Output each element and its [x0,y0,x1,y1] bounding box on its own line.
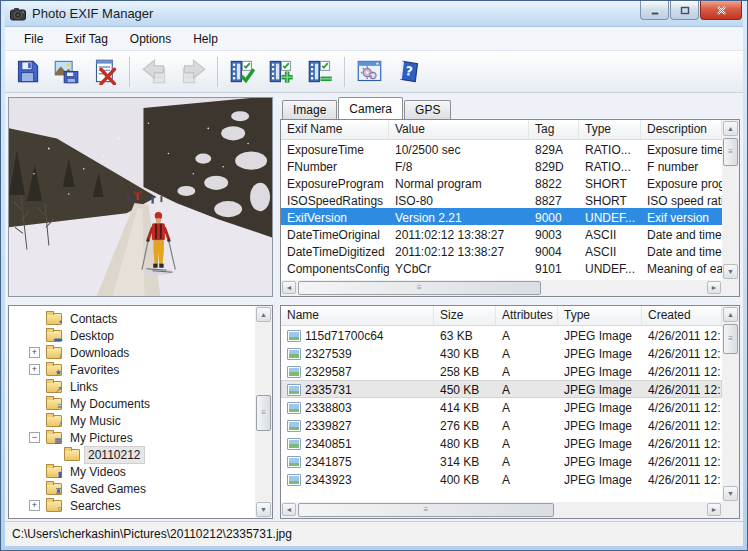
remove-exif-tag-button[interactable] [302,54,338,90]
file-cell: A [496,417,558,433]
tree-item-searches[interactable]: +○Searches [9,497,255,514]
exif-column-header-exif-name[interactable]: Exif Name [281,120,389,139]
tree-item-contacts[interactable]: ▪Contacts [9,310,255,327]
menu-help[interactable]: Help [182,28,229,50]
tree-item-my-videos[interactable]: ▮My Videos [9,463,255,480]
exif-row-datetimedigitized[interactable]: DateTimeDigitized2011:02:12 13:38:279004… [281,242,722,259]
exif-vertical-scrollbar[interactable]: ▲ ≡ ▼ [722,120,739,280]
exif-add-icon [268,58,295,85]
expand-icon[interactable]: + [29,347,40,358]
menu-options[interactable]: Options [119,28,182,50]
file-cell: 276 KB [434,417,496,433]
tab-camera[interactable]: Camera [338,97,403,119]
tree-item-favorites[interactable]: +★Favorites [9,361,255,378]
tree-item-20110212[interactable]: 20110212 [9,446,255,463]
save-image-button[interactable] [48,54,84,90]
tab-gps[interactable]: GPS [404,100,451,119]
menu-exif-tag[interactable]: Exif Tag [54,28,118,50]
delete-exif-button[interactable] [87,54,123,90]
menu-file[interactable]: File [13,28,54,50]
exif-row-fnumber[interactable]: FNumberF/8829DRATIO...F number [281,157,722,174]
exif-cell: 8827 [529,192,579,208]
file-row-2341875[interactable]: 2341875314 KBAJPEG Image4/26/2011 12: [281,452,722,470]
file-row-2339827[interactable]: 2339827276 KBAJPEG Image4/26/2011 12: [281,416,722,434]
exif-column-header-value[interactable]: Value [389,120,529,139]
tab-image[interactable]: Image [282,100,337,119]
exif-row-datetimeoriginal[interactable]: DateTimeOriginal2011:02:12 13:38:279003A… [281,225,722,242]
scroll-left-arrow-icon[interactable]: ◄ [282,503,296,516]
exif-row-exposuretime[interactable]: ExposureTime10/2500 sec829ARATIO...Expos… [281,140,722,157]
save-exif-button[interactable] [9,54,45,90]
file-cell: 4/26/2011 12: [642,399,722,415]
exif-row-componentsconfig-[interactable]: ComponentsConfig...YCbCr9101UNDEF...Mean… [281,259,722,276]
apply-exif-button[interactable] [224,54,260,90]
add-exif-tag-button[interactable] [263,54,299,90]
exif-row-isospeedratings[interactable]: ISOSpeedRatingsISO-808827SHORTISO speed … [281,191,722,208]
arrow-left-icon [141,58,168,85]
file-row-2335731[interactable]: 2335731450 KBAJPEG Image4/26/2011 12: [281,380,722,398]
file-cell: 2343923 [281,471,434,487]
photo-preview[interactable] [8,97,273,297]
exif-row-exposureprogram[interactable]: ExposureProgramNormal program8822SHORTEx… [281,174,722,191]
file-row-2327539[interactable]: 2327539430 KBAJPEG Image4/26/2011 12: [281,344,722,362]
image-file-icon [287,366,301,378]
previous-image-button[interactable] [136,54,172,90]
window-controls [640,1,742,20]
exif-row-exifversion[interactable]: ExifVersionVersion 2.219000UNDEF...Exif … [281,208,722,225]
scrollbar-thumb[interactable]: ≡ [723,324,738,354]
file-column-header-size[interactable]: Size [434,306,496,325]
scroll-down-arrow-icon[interactable]: ▼ [723,264,738,279]
scrollbar-thumb[interactable]: ≡ [723,138,738,166]
maximize-button[interactable] [670,1,699,20]
tree-item-my-documents[interactable]: ≡My Documents [9,395,255,412]
scroll-down-arrow-icon[interactable]: ▼ [723,486,738,501]
scroll-up-arrow-icon[interactable]: ▲ [723,307,738,322]
scrollbar-thumb[interactable]: ≡ [298,503,554,517]
scroll-up-arrow-icon[interactable]: ▲ [256,307,271,322]
file-row-2329587[interactable]: 2329587258 KBAJPEG Image4/26/2011 12: [281,362,722,380]
exif-column-header-type[interactable]: Type [579,120,641,139]
file-cell: A [496,453,558,469]
file-column-header-name[interactable]: Name [281,306,434,325]
saved-games-folder-icon: ♜ [46,483,62,495]
file-column-header-created[interactable]: Created [642,306,722,325]
folder-icon [64,449,80,461]
scrollbar-thumb[interactable]: ≡ [298,281,541,295]
help-button[interactable]: ? [390,54,426,90]
files-vertical-scrollbar[interactable]: ▲ ≡ ▼ [722,306,739,502]
next-image-button[interactable] [175,54,211,90]
status-bar: C:\Users\cherkashin\Pictures\20110212\23… [5,521,743,546]
options-button[interactable] [351,54,387,90]
expand-icon[interactable]: + [29,364,40,375]
file-row-115d71700c64[interactable]: 115d71700c6463 KBAJPEG Image4/26/2011 12… [281,326,722,344]
tree-item-label: 20110212 [85,447,144,463]
tree-item-links[interactable]: ↗Links [9,378,255,395]
current-file-path: C:\Users\cherkashin\Pictures\20110212\23… [12,527,292,541]
collapse-icon[interactable]: − [29,432,40,443]
tree-item-desktop[interactable]: ▬Desktop [9,327,255,344]
tree-item-downloads[interactable]: +↓Downloads [9,344,255,361]
file-row-2338803[interactable]: 2338803414 KBAJPEG Image4/26/2011 12: [281,398,722,416]
exif-cell: Version 2.21 [389,209,529,225]
scroll-up-arrow-icon[interactable]: ▲ [723,121,738,136]
exif-column-header-tag[interactable]: Tag [529,120,579,139]
tree-item-saved-games[interactable]: ♜Saved Games [9,480,255,497]
tree-item-my-pictures[interactable]: −▦My Pictures [9,429,255,446]
scroll-right-arrow-icon[interactable]: ► [707,281,721,294]
file-row-2343923[interactable]: 2343923400 KBAJPEG Image4/26/2011 12: [281,470,722,488]
close-button[interactable] [700,1,742,20]
scroll-left-arrow-icon[interactable]: ◄ [282,281,296,294]
exif-horizontal-scrollbar[interactable]: ◄ ≡ ► [281,280,722,296]
file-row-2340851[interactable]: 2340851480 KBAJPEG Image4/26/2011 12: [281,434,722,452]
minimize-button[interactable] [640,1,669,20]
file-column-header-attributes[interactable]: Attributes [496,306,558,325]
scroll-down-arrow-icon[interactable]: ▼ [256,502,271,517]
file-column-header-type[interactable]: Type [558,306,642,325]
tree-item-my-music[interactable]: ♪My Music [9,412,255,429]
exif-column-header-description[interactable]: Description [641,120,722,139]
scrollbar-thumb[interactable]: ≡ [256,395,271,431]
expand-icon[interactable]: + [29,500,40,511]
tree-vertical-scrollbar[interactable]: ▲ ≡ ▼ [255,306,272,518]
scroll-right-arrow-icon[interactable]: ► [707,503,721,516]
files-horizontal-scrollbar[interactable]: ◄ ≡ ► [281,502,722,518]
